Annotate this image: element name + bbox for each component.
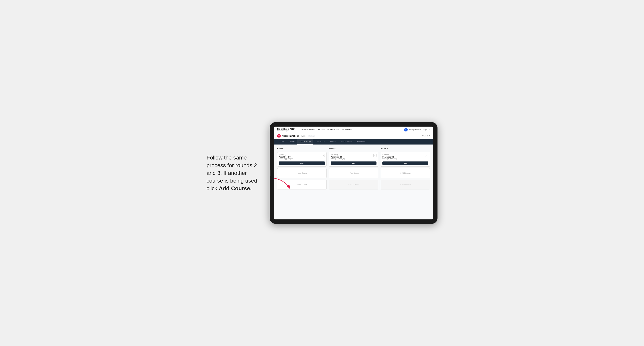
tab-teams[interactable]: Teams [287, 139, 297, 145]
nav-link-tournaments[interactable]: TOURNAMENTS [300, 128, 315, 131]
round-2-course-card: (Course A) Peachtree GC Yellow (M) (6629… [329, 152, 378, 167]
round-2-label: Round 2 [329, 148, 378, 150]
add-course-label-r2: Add Course [350, 172, 359, 174]
tab-leaderboards[interactable]: Leaderboards [339, 139, 354, 145]
round-1-column: Round 1 (Course A) Peachtree GC Yellow (… [277, 148, 326, 189]
rounds-container: Round 1 (Course A) Peachtree GC Yellow (… [277, 148, 430, 189]
course-header-r3: (Course A) Peachtree GC Yellow (M) (6629… [382, 154, 428, 161]
round-1-label: Round 1 [277, 148, 326, 150]
round-2-column: Round 2 (Course A) Peachtree GC Yellow (… [329, 148, 378, 189]
course-info: (Course A) Peachtree GC Yellow (M) (6629… [279, 154, 322, 161]
nav-links: TOURNAMENTS TEAMS COMMITTEE RANKINGS [300, 128, 400, 131]
nav-link-rankings[interactable]: RANKINGS [342, 128, 352, 131]
course-tag-r3: (Course A) [382, 154, 425, 156]
delete-course-button-r2[interactable]: ○ [373, 154, 376, 157]
add-course-label: Add Course [298, 172, 307, 174]
logo-area: SCOREBOARD Powered by clippd [277, 128, 295, 132]
course-name: Peachtree GC [279, 156, 322, 158]
course-info-r3: (Course A) Peachtree GC Yellow (M) (6629… [382, 154, 425, 161]
course-detail: Yellow (M) (6629 yds) [279, 158, 322, 160]
cancel-button[interactable]: Cancel ✕ [422, 135, 430, 137]
nav-link-teams[interactable]: TEAMS [318, 128, 325, 131]
delete-course-button-r3[interactable]: ○ [425, 154, 428, 157]
course-detail-r3: Yellow (M) (6629 yds) [382, 158, 425, 160]
avatar: B [404, 128, 408, 132]
logo-scoreboard: SCOREBOARD [277, 128, 295, 130]
hosting-badge: Hosting [308, 135, 315, 137]
clippd-logo: C [277, 134, 281, 138]
tournament-name: Clippd Invitational [282, 135, 300, 137]
add-course-button-r3-slot2: + Add Course [381, 179, 430, 189]
add-course-label: Add Course [298, 183, 307, 185]
course-tag-r2: (Course A) [331, 154, 373, 156]
main-content: Round 1 (Course A) Peachtree GC Yellow (… [274, 145, 433, 219]
add-course-button-r1-slot1[interactable]: + Add Course [277, 168, 326, 178]
sign-out-link[interactable]: | Sign out [422, 129, 430, 131]
round-3-label: Round 3 [381, 148, 430, 150]
round-1-course-card: (Course A) Peachtree GC Yellow (M) (6629… [277, 152, 326, 167]
tab-results[interactable]: Results [328, 139, 338, 145]
instruction-text: Follow the same process for rounds 2 and… [206, 154, 262, 192]
course-name-r3: Peachtree GC [382, 156, 425, 158]
course-name-r2: Peachtree GC [331, 156, 373, 158]
side-button [270, 170, 271, 176]
tab-course-setup[interactable]: Course Setup [297, 139, 313, 145]
course-header-r2: (Course A) Peachtree GC Yellow (M) (6629… [331, 154, 376, 161]
breadcrumb-left: C Clippd Invitational (Men) Hosting [277, 134, 315, 138]
add-course-label-r2-2: Add Course [350, 183, 359, 185]
edit-course-button-r1[interactable]: Edit [279, 162, 325, 165]
plus-icon: + [400, 183, 401, 186]
add-course-label-r3-2: Add Course [402, 183, 411, 185]
course-header: (Course A) Peachtree GC Yellow (M) (6629… [279, 154, 325, 161]
plus-icon: + [348, 172, 350, 174]
tablet-screen: SCOREBOARD Powered by clippd TOURNAMENTS… [274, 127, 433, 219]
nav-link-committee[interactable]: COMMITTEE [328, 128, 339, 131]
tab-bar: Details Teams Course Setup Tee Groups Re… [274, 139, 433, 145]
add-course-button-r1-slot2[interactable]: + Add Course [277, 179, 326, 189]
plus-icon: + [348, 183, 350, 186]
tab-printables[interactable]: Printables [355, 139, 368, 145]
page-wrapper: Follow the same process for rounds 2 and… [194, 122, 450, 224]
edit-course-button-r3[interactable]: Edit [382, 162, 428, 165]
round-3-course-card: (Course A) Peachtree GC Yellow (M) (6629… [381, 152, 430, 167]
tournament-sub: (Men) [301, 135, 306, 137]
tab-tee-groups[interactable]: Tee Groups [313, 139, 327, 145]
plus-icon: + [296, 172, 298, 174]
add-course-label-r3: Add Course [402, 172, 411, 174]
nav-right: B blair@clippd.io | Sign out [404, 128, 430, 132]
add-course-button-r3-slot1[interactable]: + Add Course [381, 168, 430, 178]
top-nav: SCOREBOARD Powered by clippd TOURNAMENTS… [274, 127, 433, 133]
add-course-button-r2-slot1[interactable]: + Add Course [329, 168, 378, 178]
plus-icon: + [400, 172, 401, 174]
tablet-frame: SCOREBOARD Powered by clippd TOURNAMENTS… [270, 122, 438, 224]
edit-course-button-r2[interactable]: Edit [331, 162, 376, 165]
course-detail-r2: Yellow (M) (6629 yds) [331, 158, 373, 160]
delete-course-button[interactable]: ○ [322, 154, 325, 157]
tab-details[interactable]: Details [276, 139, 287, 145]
breadcrumb-bar: C Clippd Invitational (Men) Hosting Canc… [274, 133, 433, 139]
logo-powered: Powered by clippd [277, 130, 295, 132]
close-icon: ✕ [428, 135, 430, 137]
add-course-button-r2-slot2: + Add Course [329, 179, 378, 189]
plus-icon: + [296, 183, 298, 186]
round-3-column: Round 3 (Course A) Peachtree GC Yellow (… [381, 148, 430, 189]
user-email: blair@clippd.io [409, 129, 421, 131]
course-tag: (Course A) [279, 154, 322, 156]
course-info-r2: (Course A) Peachtree GC Yellow (M) (6629… [331, 154, 373, 161]
